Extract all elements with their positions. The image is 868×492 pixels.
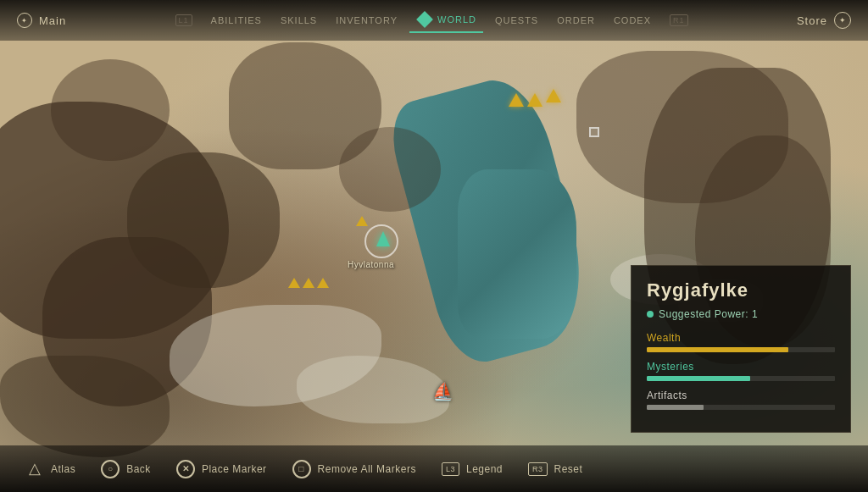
top-nav: ✦ Main L1 Abilities Skills Inventory Wor… — [0, 0, 868, 41]
legend-label: Legend — [466, 463, 503, 475]
mysteries-bar-container — [647, 376, 835, 381]
wealth-marker — [288, 278, 300, 288]
power-dot — [647, 311, 654, 318]
l3-trigger: L3 — [442, 462, 459, 476]
store-nav[interactable]: Store ✦ — [797, 12, 851, 29]
player-marker: Hyvlatonna — [364, 224, 398, 258]
square-button: □ — [292, 460, 311, 478]
location-label: Hyvlatonna — [348, 260, 394, 269]
wealth-marker — [317, 278, 329, 288]
main-nav-item[interactable]: ✦ Main — [17, 13, 66, 28]
tab-codex[interactable]: Codex — [607, 12, 658, 29]
abilities-label: Abilities — [211, 15, 262, 25]
remove-markers-label: Remove All Markers — [318, 463, 416, 475]
tab-world[interactable]: World — [409, 8, 483, 33]
main-label: Main — [39, 14, 66, 27]
tab-l1-trigger[interactable]: L1 — [169, 11, 199, 30]
boat-marker: ⛵ — [432, 381, 453, 401]
legend-action[interactable]: L3 Legend — [442, 462, 503, 476]
skills-label: Skills — [281, 15, 317, 25]
world-label: World — [437, 14, 476, 25]
tab-skills[interactable]: Skills — [274, 12, 324, 29]
place-marker-label: Place Marker — [202, 463, 267, 475]
codex-label: Codex — [614, 15, 651, 25]
wealth-marker — [546, 89, 561, 102]
mysteries-bar-fill — [647, 376, 750, 381]
inventory-label: Inventory — [336, 15, 398, 25]
wealth-stat: Wealth — [647, 332, 835, 352]
wealth-bar-container — [647, 347, 835, 352]
bottom-bar: △ Atlas ○ Back ✕ Place Marker □ Remove A… — [0, 445, 868, 492]
square-marker — [589, 127, 599, 137]
atlas-action[interactable]: △ Atlas — [25, 461, 75, 478]
back-label: Back — [126, 463, 151, 475]
nav-center: L1 Abilities Skills Inventory World Ques… — [66, 8, 797, 33]
remove-markers-action[interactable]: □ Remove All Markers — [292, 460, 416, 478]
main-icon: ✦ — [17, 13, 32, 28]
tab-r1-trigger[interactable]: R1 — [663, 11, 695, 30]
order-label: Order — [557, 15, 595, 25]
triangle-button: △ — [25, 459, 44, 478]
quests-label: Quests — [495, 15, 538, 25]
l1-trigger-label: L1 — [175, 14, 192, 26]
reset-label: Reset — [554, 463, 583, 475]
artifacts-bar-container — [647, 405, 835, 410]
tab-abilities[interactable]: Abilities — [204, 12, 269, 29]
suggested-power: Suggested Power: 1 — [647, 308, 835, 320]
r1-trigger-label: R1 — [670, 14, 688, 26]
atlas-label: Atlas — [51, 463, 75, 475]
region-name: Rygjafylke — [647, 279, 835, 301]
reset-action[interactable]: R3 Reset — [528, 462, 582, 476]
x-button: ✕ — [176, 460, 195, 478]
region-info-panel: Rygjafylke Suggested Power: 1 Wealth Mys… — [631, 265, 851, 433]
tab-quests[interactable]: Quests — [488, 12, 545, 29]
wealth-marker — [509, 93, 524, 107]
world-icon — [416, 11, 433, 28]
wealth-label: Wealth — [647, 332, 835, 344]
circle-button: ○ — [101, 460, 120, 478]
store-icon: ✦ — [834, 12, 851, 29]
wealth-marker — [303, 278, 314, 288]
power-text: Suggested Power: 1 — [659, 308, 758, 320]
r3-trigger: R3 — [528, 462, 548, 476]
back-action[interactable]: ○ Back — [101, 460, 151, 478]
tab-order[interactable]: Order — [550, 12, 602, 29]
artifacts-stat: Artifacts — [647, 390, 835, 410]
tab-inventory[interactable]: Inventory — [329, 12, 404, 29]
mysteries-stat: Mysteries — [647, 361, 835, 381]
artifacts-bar-fill — [647, 405, 704, 410]
place-marker-action[interactable]: ✕ Place Marker — [176, 460, 267, 478]
wealth-marker — [527, 93, 542, 107]
store-label: Store — [797, 14, 827, 27]
artifacts-label: Artifacts — [647, 390, 835, 401]
wealth-bar-fill — [647, 347, 788, 352]
mysteries-label: Mysteries — [647, 361, 835, 373]
